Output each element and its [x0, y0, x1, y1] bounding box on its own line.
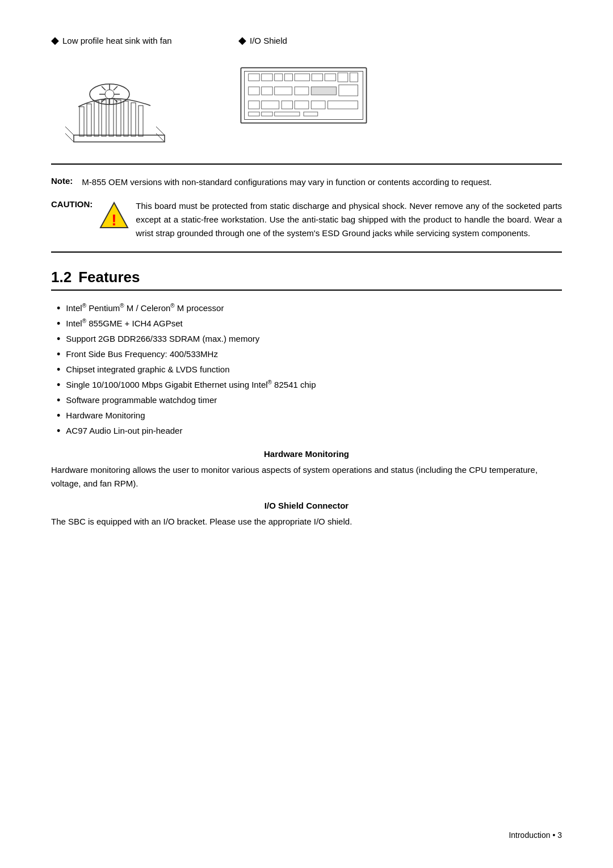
diamond-icon-2: ◆ — [238, 34, 246, 47]
list-item: Single 10/100/1000 Mbps Gigabit Ethernet… — [51, 378, 562, 393]
svg-line-16 — [102, 86, 106, 90]
svg-rect-43 — [282, 101, 292, 109]
note-text: M-855 OEM versions with non-standard con… — [82, 176, 492, 189]
bottom-divider — [51, 251, 562, 253]
features-title: Features — [78, 269, 140, 286]
list-item-text: Intel® Pentium® M / Celeron® M processor — [66, 301, 224, 316]
ioshield-image — [238, 61, 369, 129]
svg-line-21 — [156, 127, 165, 135]
features-list: Intel® Pentium® M / Celeron® M processor… — [51, 301, 562, 439]
svg-rect-3 — [94, 101, 99, 136]
list-item-text: Chipset integrated graphic & LVDS functi… — [66, 362, 229, 377]
svg-line-20 — [65, 127, 74, 135]
diamond-icon: ◆ — [51, 34, 59, 47]
list-item: Front Side Bus Frequency: 400/533MHz — [51, 347, 562, 362]
list-item: Hardware Monitoring — [51, 408, 562, 423]
hardware-monitoring-text: Hardware monitoring allows the user to m… — [51, 463, 562, 490]
svg-rect-31 — [312, 74, 322, 81]
svg-rect-9 — [138, 106, 143, 136]
list-item-text: Single 10/100/1000 Mbps Gigabit Ethernet… — [66, 378, 316, 392]
svg-rect-27 — [262, 74, 272, 81]
features-section: 1.2Features Intel® Pentium® M / Celeron®… — [51, 269, 562, 529]
ioshield-label-text: I/O Shield — [250, 36, 287, 45]
svg-point-11 — [105, 90, 114, 99]
svg-rect-45 — [311, 101, 325, 109]
list-item: AC97 Audio Lin-out pin-header — [51, 423, 562, 439]
svg-text:!: ! — [112, 211, 117, 229]
svg-line-22 — [65, 133, 74, 142]
list-item-text: AC97 Audio Lin-out pin-header — [66, 423, 182, 438]
svg-rect-42 — [262, 101, 279, 109]
top-divider — [51, 163, 562, 165]
list-item: Software programmable watchdog timer — [51, 393, 562, 408]
list-item: Chipset integrated graphic & LVDS functi… — [51, 362, 562, 378]
svg-rect-4 — [102, 100, 106, 136]
list-item-text: Hardware Monitoring — [66, 408, 145, 423]
svg-rect-32 — [325, 74, 335, 81]
heatsink-label: ◆ Low profile heat sink with fan — [51, 34, 172, 47]
list-item: Intel® 855GME + ICH4 AGPset — [51, 316, 562, 332]
list-item-text: Front Side Bus Frequency: 400/533MHz — [66, 347, 218, 362]
list-item-text: Intel® 855GME + ICH4 AGPset — [66, 316, 182, 331]
svg-rect-26 — [249, 74, 259, 81]
note-label: Note: — [51, 176, 73, 186]
svg-line-18 — [114, 86, 117, 90]
svg-rect-8 — [131, 103, 136, 136]
io-shield-text: The SBC is equipped with an I/O bracket.… — [51, 515, 562, 529]
svg-rect-33 — [338, 73, 348, 82]
heatsink-label-text: Low profile heat sink with fan — [62, 36, 172, 45]
section-number: 1.2 — [51, 269, 72, 286]
ioshield-label: ◆ I/O Shield — [238, 34, 287, 47]
list-item: Intel® Pentium® M / Celeron® M processor — [51, 301, 562, 316]
svg-rect-29 — [284, 74, 292, 81]
ioshield-item: ◆ I/O Shield — [238, 34, 369, 129]
svg-rect-7 — [124, 101, 128, 136]
svg-rect-49 — [275, 112, 300, 116]
svg-rect-38 — [295, 87, 309, 95]
hardware-monitoring-heading: Hardware Monitoring — [51, 449, 562, 459]
svg-rect-50 — [304, 112, 318, 116]
svg-rect-39 — [311, 87, 336, 95]
note-section: Note: M-855 OEM versions with non-standa… — [51, 176, 562, 189]
svg-rect-28 — [275, 74, 283, 81]
svg-rect-36 — [262, 87, 272, 95]
svg-rect-41 — [249, 101, 259, 109]
caution-text: This board must be protected from static… — [136, 199, 562, 240]
svg-rect-47 — [249, 112, 259, 116]
list-item-text: Software programmable watchdog timer — [66, 393, 217, 408]
svg-rect-34 — [350, 73, 358, 82]
svg-rect-48 — [262, 112, 272, 116]
list-item: Support 2GB DDR266/333 SDRAM (max.) memo… — [51, 332, 562, 347]
list-item-text: Support 2GB DDR266/333 SDRAM (max.) memo… — [66, 332, 259, 346]
heatsink-item: ◆ Low profile heat sink with fan — [51, 34, 182, 146]
svg-rect-30 — [295, 74, 310, 81]
svg-rect-1 — [79, 107, 84, 136]
svg-rect-46 — [328, 101, 358, 109]
warning-icon: ! — [99, 200, 129, 230]
page-footer: Introduction • 3 — [509, 831, 562, 840]
svg-rect-35 — [249, 87, 259, 95]
caution-label: CAUTION: — [51, 199, 93, 209]
accessories-section: ◆ Low profile heat sink with fan — [51, 34, 562, 146]
svg-rect-6 — [116, 100, 121, 136]
features-heading: 1.2Features — [51, 269, 562, 291]
io-shield-heading: I/O Shield Connector — [51, 501, 562, 510]
heatsink-image — [51, 56, 182, 146]
svg-rect-2 — [87, 104, 91, 136]
svg-rect-37 — [275, 87, 292, 95]
svg-rect-40 — [339, 85, 358, 95]
caution-body: ! This board must be protected from stat… — [99, 199, 562, 240]
caution-section: CAUTION: ! This board must be protected … — [51, 199, 562, 240]
svg-rect-44 — [295, 101, 309, 109]
